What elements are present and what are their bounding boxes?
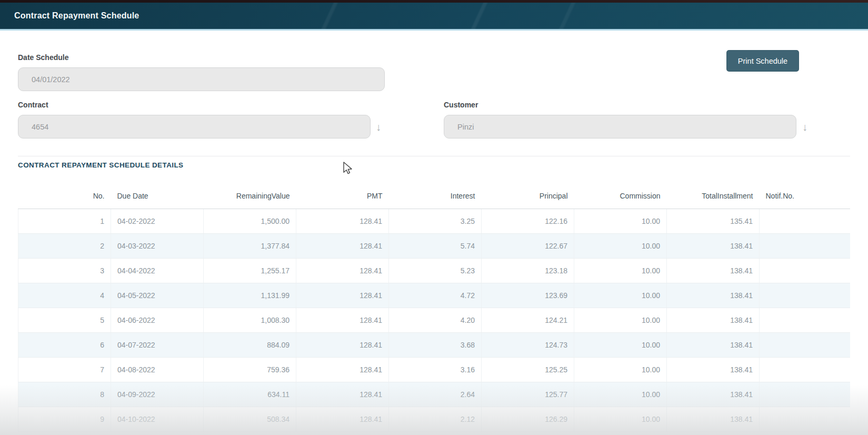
table-row: 204-03-20221,377.84128.415.74122.6710.00… <box>18 233 851 258</box>
table-cell: 2.64 <box>389 382 482 407</box>
table-cell: 10.00 <box>574 209 667 233</box>
column-header-interest: Interest <box>389 183 482 209</box>
table-cell: 1,008.30 <box>204 308 296 332</box>
table-row: 104-02-20221,500.00128.413.25122.1610.00… <box>18 209 851 233</box>
table-cell: 04-03-2022 <box>111 233 204 258</box>
table-cell: 10.00 <box>574 332 667 357</box>
page: Contract Repayment Schedule Date Schedul… <box>0 0 868 435</box>
table-cell: 5.23 <box>389 258 482 283</box>
table-cell <box>760 407 851 431</box>
table-row: 904-10-2022508.34128.412.12126.2910.0013… <box>18 407 851 431</box>
table-cell <box>760 332 851 357</box>
page-title: Contract Repayment Schedule <box>14 3 139 29</box>
table-cell <box>760 382 851 407</box>
table-cell: 128.41 <box>296 382 389 407</box>
customer-label: Customer <box>444 101 478 109</box>
column-header-principal: Principal <box>482 183 574 209</box>
table-cell <box>760 209 851 233</box>
table-cell <box>760 233 851 258</box>
table-cell: 10.00 <box>574 283 667 308</box>
schedule-table-container: No.Due DateRemainingValuePMTInterestPrin… <box>18 183 850 435</box>
table-cell: 6 <box>18 332 111 357</box>
table-cell: 04-04-2022 <box>111 258 204 283</box>
table-cell <box>760 308 851 332</box>
table-cell: 122.16 <box>482 209 574 233</box>
column-header-no: No. <box>18 183 111 209</box>
table-cell: 3.16 <box>389 357 482 382</box>
print-schedule-button[interactable]: Print Schedule <box>726 50 799 72</box>
table-cell: 1,500.00 <box>204 209 296 233</box>
contract-label: Contract <box>18 101 48 109</box>
table-cell: 3.25 <box>389 209 482 233</box>
table-cell: 124.73 <box>482 332 574 357</box>
table-cell: 04-08-2022 <box>111 357 204 382</box>
table-cell: 125.77 <box>482 382 574 407</box>
table-cell: 128.41 <box>296 209 389 233</box>
table-cell: 138.41 <box>667 258 760 283</box>
section-divider <box>18 156 850 156</box>
table-row: 304-04-20221,255.17128.415.23123.1810.00… <box>18 258 851 283</box>
table-cell: 128.41 <box>296 332 389 357</box>
mouse-cursor-icon <box>341 161 355 176</box>
app-header: Contract Repayment Schedule <box>0 0 868 31</box>
table-cell: 04-10-2022 <box>111 407 204 431</box>
table-cell: 3.68 <box>389 332 482 357</box>
table-cell: 128.41 <box>296 233 389 258</box>
table-cell: 123.69 <box>482 283 574 308</box>
date-schedule-field[interactable] <box>18 67 385 91</box>
table-cell: 4 <box>18 283 111 308</box>
table-header-row: No.Due DateRemainingValuePMTInterestPrin… <box>18 183 851 209</box>
table-cell: 8 <box>18 382 111 407</box>
table-cell: 138.41 <box>667 382 760 407</box>
table-cell: 04-05-2022 <box>111 283 204 308</box>
details-section-title: CONTRACT REPAYMENT SCHEDULE DETAILS <box>18 161 184 169</box>
table-body: 104-02-20221,500.00128.413.25122.1610.00… <box>18 209 851 431</box>
contract-dropdown-arrow-icon[interactable]: ↓ <box>372 120 385 134</box>
customer-dropdown-arrow-icon[interactable]: ↓ <box>798 120 812 134</box>
table-cell: 1,377.84 <box>204 233 296 258</box>
date-schedule-label: Date Schedule <box>18 53 68 62</box>
table-row: 804-09-2022634.11128.412.64125.7710.0013… <box>18 382 851 407</box>
column-header-commission: Commission <box>574 183 667 209</box>
table-cell <box>760 283 851 308</box>
table-row: 404-05-20221,131.99128.414.72123.6910.00… <box>18 283 851 308</box>
column-header-remainingvalue: RemainingValue <box>204 183 296 209</box>
table-cell: 122.67 <box>482 233 574 258</box>
table-cell: 9 <box>18 407 111 431</box>
table-cell: 10.00 <box>574 258 667 283</box>
table-cell: 04-02-2022 <box>111 209 204 233</box>
table-cell: 1,255.17 <box>204 258 296 283</box>
table-cell: 634.11 <box>204 382 296 407</box>
table-cell: 128.41 <box>296 258 389 283</box>
customer-field[interactable] <box>444 115 796 139</box>
table-cell: 138.41 <box>667 357 760 382</box>
table-cell: 138.41 <box>667 233 760 258</box>
table-cell: 1 <box>18 209 111 233</box>
contract-field[interactable] <box>18 115 371 139</box>
table-cell: 4.20 <box>389 308 482 332</box>
table-cell: 126.29 <box>482 407 574 431</box>
table-cell: 508.34 <box>204 407 296 431</box>
table-cell: 123.18 <box>482 258 574 283</box>
table-row: 704-08-2022759.36128.413.16125.2510.0013… <box>18 357 851 382</box>
table-cell: 10.00 <box>574 407 667 431</box>
table-cell: 128.41 <box>296 308 389 332</box>
table-cell: 125.25 <box>482 357 574 382</box>
table-cell: 04-09-2022 <box>111 382 204 407</box>
header-underline <box>0 29 868 31</box>
column-header-due-date: Due Date <box>111 183 204 209</box>
table-cell: 138.41 <box>667 407 760 431</box>
table-cell: 138.41 <box>667 283 760 308</box>
table-cell: 5 <box>18 308 111 332</box>
table-cell: 884.09 <box>204 332 296 357</box>
table-cell <box>760 357 851 382</box>
table-cell: 3 <box>18 258 111 283</box>
table-cell: 128.41 <box>296 357 389 382</box>
table-cell: 5.74 <box>389 233 482 258</box>
table-row: 504-06-20221,008.30128.414.20124.2110.00… <box>18 308 851 332</box>
table-cell: 10.00 <box>574 357 667 382</box>
table-cell: 10.00 <box>574 308 667 332</box>
table-cell: 04-06-2022 <box>111 308 204 332</box>
table-cell: 135.41 <box>667 209 760 233</box>
table-cell: 10.00 <box>574 382 667 407</box>
